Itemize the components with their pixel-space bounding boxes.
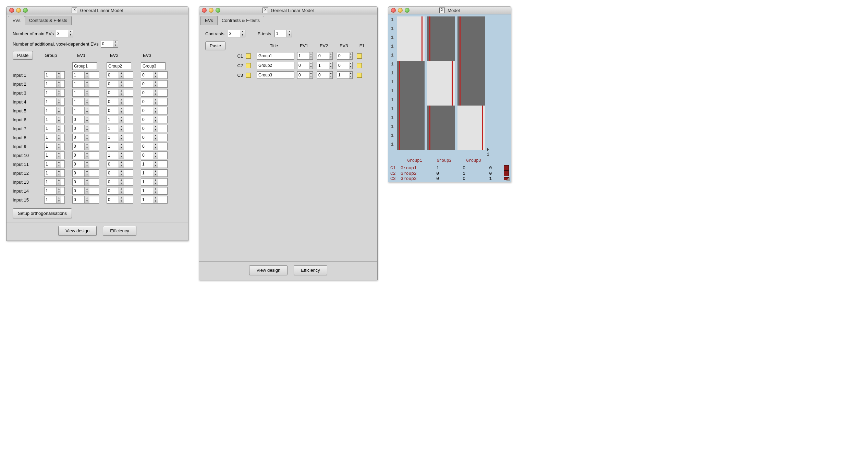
contrast-ev1-input[interactable]: ▲▼ [297, 62, 313, 69]
group-value-input[interactable]: ▲▼ [44, 134, 65, 141]
contrast-ev1-input[interactable]: ▲▼ [297, 52, 313, 60]
ev2-value-input[interactable]: ▲▼ [107, 116, 133, 123]
group-value-input[interactable]: ▲▼ [44, 151, 65, 159]
contrast-ev2-input[interactable]: ▲▼ [317, 52, 333, 60]
ev1-value-input[interactable]: ▲▼ [72, 178, 99, 186]
ftests-count-input[interactable]: ▲▼ [274, 30, 292, 37]
ev1-value-input[interactable]: ▲▼ [72, 71, 99, 79]
ev1-value-input[interactable]: ▲▼ [72, 169, 99, 177]
ev1-value-input[interactable]: ▲▼ [72, 151, 99, 159]
ev1-value-input[interactable]: ▲▼ [72, 80, 99, 88]
group-value-input[interactable]: ▲▼ [44, 160, 65, 168]
close-icon[interactable] [9, 8, 14, 13]
ev1-value-input[interactable]: ▲▼ [72, 134, 99, 141]
ev1-value-input[interactable]: ▲▼ [72, 125, 99, 132]
ev2-value-input[interactable]: ▲▼ [107, 196, 133, 204]
group-value-input[interactable]: ▲▼ [44, 196, 65, 204]
ev3-value-input[interactable]: ▲▼ [141, 143, 168, 150]
efficiency-button[interactable]: Efficiency [103, 226, 136, 236]
minimize-icon[interactable] [209, 8, 213, 13]
group-value-input[interactable]: ▲▼ [44, 71, 65, 79]
group-value-input[interactable]: ▲▼ [44, 125, 65, 132]
tab-contrasts[interactable]: Contrasts & F-tests [25, 16, 72, 25]
ftest-include-toggle[interactable] [357, 53, 362, 59]
view-design-button[interactable]: View design [58, 226, 97, 236]
group-value-input[interactable]: ▲▼ [44, 107, 65, 114]
ev3-value-input[interactable]: ▲▼ [141, 134, 168, 141]
ftest-include-toggle[interactable] [357, 63, 362, 68]
contrast-ev1-input[interactable]: ▲▼ [297, 71, 313, 79]
ev3-value-input[interactable]: ▲▼ [141, 80, 168, 88]
contrast-color-swatch[interactable] [246, 53, 251, 59]
ev3-value-input[interactable]: ▲▼ [141, 178, 168, 186]
contrast-color-swatch[interactable] [246, 73, 251, 78]
paste-button[interactable]: Paste [13, 51, 33, 60]
group-value-input[interactable]: ▲▼ [44, 143, 65, 150]
paste-button[interactable]: Paste [205, 41, 225, 50]
contrast-ev3-input[interactable]: ▲▼ [337, 52, 353, 60]
efficiency-button[interactable]: Efficiency [294, 265, 327, 275]
ev2-value-input[interactable]: ▲▼ [107, 71, 133, 79]
ev3-value-input[interactable]: ▲▼ [141, 151, 168, 159]
zoom-icon[interactable] [23, 8, 28, 13]
ev3-value-input[interactable]: ▲▼ [141, 116, 168, 123]
contrast-ev2-input[interactable]: ▲▼ [317, 71, 333, 79]
minimize-icon[interactable] [398, 8, 403, 13]
ev2-value-input[interactable]: ▲▼ [107, 178, 133, 186]
tab-evs[interactable]: EVs [200, 16, 218, 25]
ftest-include-toggle[interactable] [357, 73, 362, 78]
ev2-value-input[interactable]: ▲▼ [107, 160, 133, 168]
contrast-title-input[interactable] [257, 52, 294, 60]
tab-contrasts[interactable]: Contrasts & F-tests [217, 16, 264, 25]
num-main-evs-input[interactable]: ▲▼ [56, 30, 73, 37]
ev3-value-input[interactable]: ▲▼ [141, 107, 168, 114]
close-icon[interactable] [202, 8, 207, 13]
view-design-button[interactable]: View design [249, 265, 288, 275]
ev1-name-input[interactable] [72, 62, 97, 70]
ev2-value-input[interactable]: ▲▼ [107, 89, 133, 97]
ev3-value-input[interactable]: ▲▼ [141, 187, 168, 195]
group-value-input[interactable]: ▲▼ [44, 116, 65, 123]
ev2-value-input[interactable]: ▲▼ [107, 134, 133, 141]
group-value-input[interactable]: ▲▼ [44, 89, 65, 97]
group-value-input[interactable]: ▲▼ [44, 98, 65, 106]
zoom-icon[interactable] [216, 8, 220, 13]
ev2-value-input[interactable]: ▲▼ [107, 169, 133, 177]
num-additional-evs-input[interactable]: ▲▼ [101, 40, 118, 48]
ev1-value-input[interactable]: ▲▼ [72, 107, 99, 114]
contrast-color-swatch[interactable] [246, 63, 251, 68]
ev3-value-input[interactable]: ▲▼ [141, 169, 168, 177]
ev1-value-input[interactable]: ▲▼ [72, 143, 99, 150]
ev2-value-input[interactable]: ▲▼ [107, 151, 133, 159]
ev1-value-input[interactable]: ▲▼ [72, 160, 99, 168]
ev3-value-input[interactable]: ▲▼ [141, 98, 168, 106]
minimize-icon[interactable] [16, 8, 21, 13]
ev3-value-input[interactable]: ▲▼ [141, 125, 168, 132]
ev2-value-input[interactable]: ▲▼ [107, 98, 133, 106]
resize-grip-icon[interactable] [505, 176, 510, 181]
group-value-input[interactable]: ▲▼ [44, 187, 65, 195]
group-value-input[interactable]: ▲▼ [44, 80, 65, 88]
ev1-value-input[interactable]: ▲▼ [72, 196, 99, 204]
ev1-value-input[interactable]: ▲▼ [72, 187, 99, 195]
ev3-value-input[interactable]: ▲▼ [141, 160, 168, 168]
ev2-value-input[interactable]: ▲▼ [107, 143, 133, 150]
ev1-value-input[interactable]: ▲▼ [72, 89, 99, 97]
contrast-ev3-input[interactable]: ▲▼ [337, 71, 353, 79]
contrasts-count-input[interactable]: ▲▼ [228, 30, 245, 37]
contrast-title-input[interactable] [257, 62, 294, 69]
ev2-value-input[interactable]: ▲▼ [107, 125, 133, 132]
group-value-input[interactable]: ▲▼ [44, 169, 65, 177]
contrast-ev3-input[interactable]: ▲▼ [337, 62, 353, 69]
contrast-title-input[interactable] [257, 71, 294, 79]
ev1-value-input[interactable]: ▲▼ [72, 98, 99, 106]
close-icon[interactable] [391, 8, 396, 13]
ev3-value-input[interactable]: ▲▼ [141, 89, 168, 97]
ev2-value-input[interactable]: ▲▼ [107, 107, 133, 114]
setup-orthogonalisations-button[interactable]: Setup orthogonalisations [13, 208, 72, 218]
ev3-value-input[interactable]: ▲▼ [141, 196, 168, 204]
ev2-name-input[interactable] [107, 62, 131, 70]
contrast-ev2-input[interactable]: ▲▼ [317, 62, 333, 69]
group-value-input[interactable]: ▲▼ [44, 178, 65, 186]
ev1-value-input[interactable]: ▲▼ [72, 116, 99, 123]
